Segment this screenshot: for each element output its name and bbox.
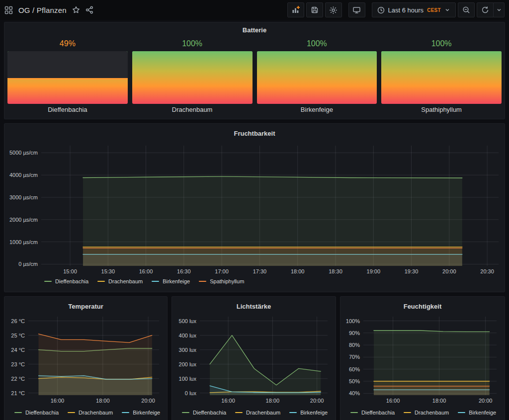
time-range-picker[interactable]: Last 6 hours CEST (372, 2, 456, 17)
legend-dash-icon (68, 412, 75, 413)
apps-icon[interactable] (4, 6, 13, 14)
svg-text:19:00: 19:00 (367, 268, 381, 274)
fruchtbarkeit-chart[interactable]: 0 µs/cm1000 µs/cm2000 µs/cm3000 µs/cm400… (8, 140, 501, 275)
settings-button[interactable] (325, 2, 342, 17)
svg-text:60%: 60% (349, 366, 360, 372)
panel-title-fruchtbarkeit[interactable]: Fruchtbarkeit (8, 128, 501, 140)
gauge-bar (7, 51, 128, 104)
svg-text:70%: 70% (349, 354, 360, 360)
svg-text:200 lux: 200 lux (179, 361, 197, 367)
svg-text:3000 µs/cm: 3000 µs/cm (9, 194, 38, 200)
share-icon[interactable] (85, 6, 93, 14)
gauge-label: Drachenbaum (132, 104, 253, 115)
legend-item[interactable]: Spathiphyllum (199, 278, 244, 284)
legend-label: Drachenbaum (108, 278, 143, 284)
legend-dash-icon (182, 412, 189, 413)
refresh-button[interactable] (477, 2, 494, 17)
svg-text:20:00: 20:00 (479, 398, 493, 404)
lichtstaerke-chart[interactable]: 0 lux100 lux200 lux300 lux400 lux500 lux… (176, 313, 332, 406)
svg-text:80%: 80% (349, 342, 360, 348)
panel-title-batterie[interactable]: Batterie (7, 24, 502, 36)
svg-text:20:00: 20:00 (310, 398, 324, 404)
legend-dash-icon (289, 412, 297, 413)
svg-text:18:00: 18:00 (96, 398, 110, 404)
svg-text:5000 µs/cm: 5000 µs/cm (9, 150, 38, 156)
svg-text:20:00: 20:00 (141, 398, 155, 404)
svg-text:23 °C: 23 °C (11, 361, 25, 367)
legend-item[interactable]: Drachenbaum (235, 410, 280, 416)
chevron-down-icon (444, 7, 450, 13)
panel-lichtstaerke: Lichtstärke 0 lux100 lux200 lux300 lux40… (171, 296, 336, 420)
legend-label: Dieffenbachia (193, 410, 226, 416)
svg-text:100%: 100% (346, 318, 360, 324)
svg-text:16:00: 16:00 (386, 398, 400, 404)
legend-label: Dieffenbachia (361, 410, 395, 416)
save-button[interactable] (306, 2, 323, 17)
legend-label: Dieffenbachia (25, 410, 59, 416)
feuchtigkeit-chart[interactable]: 40%50%60%70%80%90%100%16:0018:0020:00 (344, 313, 501, 406)
svg-text:15:30: 15:30 (101, 268, 115, 274)
svg-text:18:00: 18:00 (266, 398, 280, 404)
legend-item[interactable]: Dieffenbachia (350, 410, 395, 416)
panel-temperatur: Temperatur 21 °C22 °C23 °C24 °C25 °C26 °… (4, 296, 168, 420)
temperatur-chart[interactable]: 21 °C22 °C23 °C24 °C25 °C26 °C16:0018:00… (8, 313, 163, 406)
tv-mode-button[interactable] (348, 2, 365, 17)
svg-text:15:00: 15:00 (63, 268, 77, 274)
panel-title-feuchtigkeit[interactable]: Feuchtigkeit (344, 301, 501, 313)
legend-label: Drachenbaum (415, 410, 449, 416)
svg-text:100 lux: 100 lux (179, 376, 197, 382)
dashboard-title[interactable]: OG / Pflanzen (18, 6, 67, 14)
legend-dash-icon (235, 412, 243, 413)
zoom-out-button[interactable] (458, 2, 475, 17)
gauge-bar (381, 51, 502, 104)
legend-label: Spathiphyllum (210, 278, 244, 284)
legend-dash-icon (14, 412, 22, 413)
battery-gauge: 100%Birkenfeige (257, 37, 377, 115)
panel-fruchtbarkeit: Fruchtbarkeit 0 µs/cm1000 µs/cm2000 µs/c… (4, 123, 505, 292)
legend-item[interactable]: Dieffenbachia (182, 410, 226, 416)
legend-item[interactable]: Dieffenbachia (44, 278, 88, 284)
svg-text:20:30: 20:30 (480, 268, 494, 274)
panel-title-temperatur[interactable]: Temperatur (8, 301, 163, 313)
svg-text:20:00: 20:00 (442, 268, 456, 274)
legend-label: Birkenfeige (163, 278, 190, 284)
gauge-value: 100% (381, 37, 502, 51)
svg-text:400 lux: 400 lux (179, 333, 197, 338)
clock-icon (377, 6, 385, 14)
fruchtbarkeit-legend: DieffenbachiaDrachenbaumBirkenfeigeSpath… (8, 275, 501, 288)
legend-item[interactable]: Drachenbaum (68, 410, 113, 416)
star-icon[interactable] (72, 6, 80, 14)
panel-feuchtigkeit: Feuchtigkeit 40%50%60%70%80%90%100%16:00… (340, 296, 505, 420)
panel-title-lichtstaerke[interactable]: Lichtstärke (176, 301, 332, 313)
legend-dash-icon (122, 412, 129, 413)
legend-item[interactable]: Birkenfeige (289, 410, 328, 416)
panel-batterie: Batterie 49%Dieffenbachia100%Drachenbaum… (4, 22, 505, 119)
svg-text:40%: 40% (349, 390, 360, 396)
navbar: OG / Pflanzen (0, 0, 509, 20)
legend-label: Birkenfeige (300, 410, 328, 416)
refresh-interval-dropdown[interactable] (494, 2, 505, 17)
legend-dash-icon (44, 281, 52, 282)
legend-label: Drachenbaum (79, 410, 113, 416)
svg-text:90%: 90% (349, 330, 360, 336)
legend-label: Birkenfeige (133, 410, 160, 416)
svg-text:25 °C: 25 °C (11, 333, 25, 338)
svg-text:19:30: 19:30 (405, 268, 419, 274)
battery-gauge: 49%Dieffenbachia (7, 37, 128, 115)
gauge-label: Birkenfeige (257, 104, 377, 115)
legend-item[interactable]: Drachenbaum (97, 278, 143, 284)
legend-dash-icon (458, 412, 465, 413)
svg-text:500 lux: 500 lux (179, 318, 197, 324)
svg-text:50%: 50% (349, 378, 360, 384)
legend-item[interactable]: Birkenfeige (122, 410, 160, 416)
legend-item[interactable]: Dieffenbachia (14, 410, 59, 416)
legend-item[interactable]: Birkenfeige (152, 278, 190, 284)
add-panel-button[interactable] (287, 2, 304, 17)
legend-dash-icon (404, 412, 411, 413)
svg-text:4000 µs/cm: 4000 µs/cm (9, 172, 38, 178)
legend-item[interactable]: Drachenbaum (404, 410, 449, 416)
gauge-label: Dieffenbachia (7, 104, 128, 115)
legend-item[interactable]: Birkenfeige (458, 410, 496, 416)
svg-text:16:00: 16:00 (221, 398, 235, 404)
legend-dash-icon (152, 281, 159, 282)
